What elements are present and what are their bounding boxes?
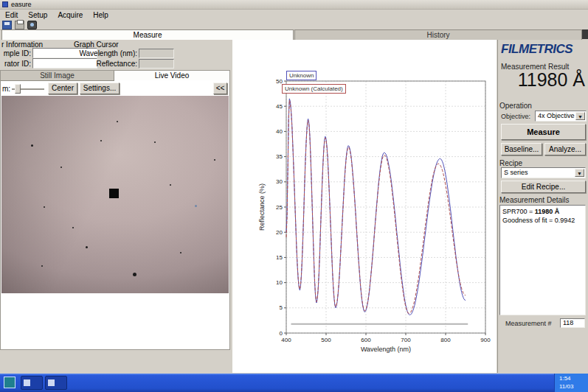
dust-speck [41,265,43,267]
dust-speck [214,159,215,161]
tab-still-image[interactable]: Still Image [1,71,114,81]
measurement-number-label: Measurement # [505,320,552,327]
svg-text:20: 20 [276,229,283,236]
measure-button[interactable]: Measure [501,124,586,140]
menu-setup[interactable]: Setup [23,11,52,19]
dust-speck [154,141,156,143]
graph-cursor-label: Graph Cursor [74,41,119,49]
clipped-element [582,29,588,39]
measurement-spot-square [109,189,119,198]
analyze-button[interactable]: Analyze... [544,143,586,155]
svg-text:10: 10 [276,279,283,286]
svg-text:Reflectance (%): Reflectance (%) [258,183,266,231]
svg-text:35: 35 [276,153,283,160]
chart-panel: 05101520253035404550400500600700800900Wa… [232,40,497,373]
dust-speck [117,121,118,122]
live-video-view[interactable] [1,96,229,293]
svg-text:400: 400 [281,337,291,343]
quick-launch-icon[interactable] [4,377,15,388]
legend-calculated: Unknown (Calculated) [282,84,346,94]
settings-button[interactable]: Settings... [80,83,120,94]
svg-text:30: 30 [276,178,283,185]
legend-measured: Unknown [286,71,317,80]
clock-date: 11/03 [559,383,573,390]
svg-text:Wavelength (nm): Wavelength (nm) [361,346,411,353]
dust-speck [44,206,45,208]
title-bar: easure [0,0,588,10]
window-title: easure [11,1,32,8]
svg-text:500: 500 [321,337,331,343]
menu-help[interactable]: Help [88,11,114,19]
filmetrics-logo: FILMETRICS [501,42,573,57]
recipe-label: Recipe [499,159,522,167]
dust-speck [60,167,62,168]
screen: easure Edit Setup Acquire Help Measure H… [0,0,588,392]
cursor-reflectance-value [139,59,174,69]
tab-measure[interactable]: Measure [1,29,294,40]
measurement-number-value: 118 [560,318,585,328]
dust-speck [195,205,197,207]
menu-edit[interactable]: Edit [0,11,23,19]
cursor-wavelength-label: Wavelength (nm): [78,49,137,57]
dust-speck [170,184,171,186]
camera-icon[interactable] [27,21,37,29]
objective-select[interactable]: 4x Objective ▼ [535,111,587,122]
svg-text:800: 800 [440,337,451,343]
cursor-reflectance-label: Reflectance: [78,60,137,68]
app-icon [2,1,8,7]
clock-time: 1:54 [559,375,571,382]
menu-acquire[interactable]: Acquire [52,11,88,19]
measurement-details-box: SPR700 = 11980 Å Goodness of fit = 0.994… [499,205,586,315]
zoom-slider-thumb[interactable] [15,84,21,94]
svg-text:900: 900 [480,337,491,343]
baseline-button[interactable]: Baseline... [501,143,542,155]
dust-speck [86,246,88,248]
zoom-label: m: [2,85,10,93]
main-tab-strip: Measure History [0,29,588,40]
measurement-details-label: Measurement Details [499,196,569,204]
system-tray[interactable]: 1:54 11/03 [554,374,588,392]
cursor-wavelength-value [139,49,174,58]
result-panel: FILMETRICS Measurement Result 11980 Å Op… [497,40,588,373]
details-line-1: SPR700 = 11980 Å [502,207,583,216]
dust-speck [133,273,136,276]
edit-recipe-button[interactable]: Edit Recipe... [501,181,586,193]
dust-speck [180,252,181,253]
svg-text:25: 25 [276,204,283,211]
operator-id-label: rator ID: [0,60,31,68]
tab-live-video[interactable]: Live Video [114,71,229,81]
chevron-down-icon[interactable]: ▼ [575,169,584,177]
tab-history[interactable]: History [294,29,582,40]
objective-label: Objective: [501,113,530,120]
center-button[interactable]: Center [48,83,77,94]
dust-speck [72,227,74,228]
save-icon[interactable] [2,21,12,29]
taskbar: 1:54 11/03 [0,374,588,392]
measurement-result-value: 11980 Å [498,69,585,91]
recipe-select[interactable]: S series ▼ [501,167,586,178]
reflectance-chart[interactable]: 05101520253035404550400500600700800900Wa… [257,68,494,363]
image-panel: Still Image Live Video m: Center Setting… [0,70,230,350]
svg-text:40: 40 [276,128,283,135]
chevron-down-icon[interactable]: ▼ [575,112,585,120]
toolbar [0,20,588,30]
print-icon[interactable] [15,21,24,29]
dust-speck [100,140,102,141]
collapse-panel-button[interactable]: << [213,83,227,94]
operation-label: Operation [499,102,532,110]
taskbar-button-1[interactable] [21,376,43,390]
sample-id-label: mple ID: [0,49,31,57]
details-line-2: Goodness of fit = 0.9942 [502,216,583,225]
dust-speck [31,144,33,147]
chart-svg[interactable]: 05101520253035404550400500600700800900Wa… [257,68,494,363]
menu-bar: Edit Setup Acquire Help [0,10,588,20]
svg-text:0: 0 [280,330,283,337]
taskbar-button-2[interactable] [45,376,67,390]
svg-text:5: 5 [280,304,283,311]
svg-text:700: 700 [401,337,411,343]
svg-text:15: 15 [276,254,283,261]
svg-text:600: 600 [361,337,371,343]
svg-text:45: 45 [276,103,283,110]
